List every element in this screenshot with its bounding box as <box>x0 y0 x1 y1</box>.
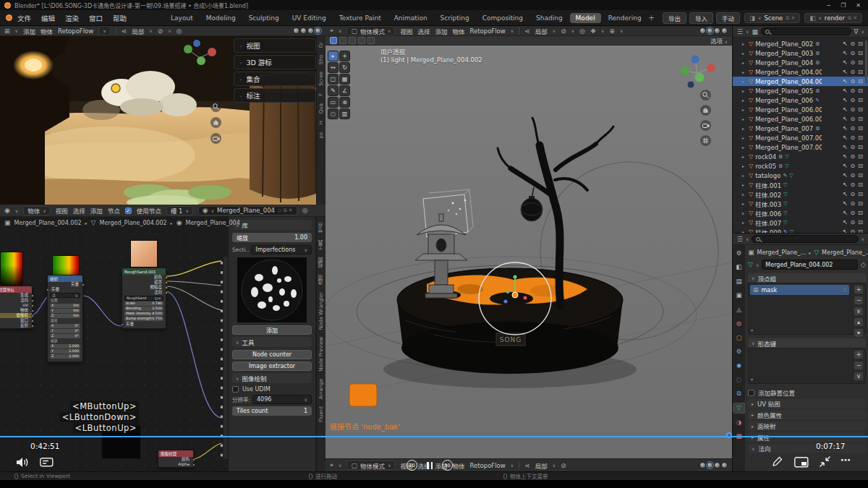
select-tool-button[interactable]: ▸ <box>328 51 339 61</box>
hide-eye-icon[interactable]: ⊙ <box>851 200 856 207</box>
add-button[interactable]: 添加 <box>232 325 312 335</box>
disclosure-icon[interactable]: ▸ <box>742 60 746 65</box>
workspace-tab[interactable]: Scripting <box>435 13 475 23</box>
outliner-row[interactable]: ▸ ▽ rock04 ⚙ ✎ ▽ ↖ ⊙ ⊡ <box>733 152 868 161</box>
menu-item[interactable]: 帮助 <box>108 12 132 25</box>
menu-item[interactable]: 文件 <box>12 12 36 25</box>
outliner-row[interactable]: ▸ ▽ tatalogo ⚙ ✎ ▽ ↖ ⊙ ⊡ <box>733 171 868 180</box>
outliner-search[interactable] <box>761 27 851 35</box>
section-dropdown[interactable]: Imperfections∨ <box>251 245 312 254</box>
snap-icon[interactable]: ⊘ <box>158 27 163 35</box>
socket-column[interactable] <box>219 257 224 459</box>
disclosure-icon[interactable]: ▸ <box>742 107 746 112</box>
render-visibility-icon[interactable]: ⊡ <box>858 172 863 179</box>
npanel-tab[interactable]: › 视图 <box>234 38 316 53</box>
hide-eye-icon[interactable]: ⊙ <box>851 163 856 169</box>
pause-button[interactable] <box>427 462 433 469</box>
node-output-socket[interactable]: 物体 <box>0 308 32 313</box>
hide-eye-icon[interactable]: ⊙ <box>851 191 856 197</box>
image-selector[interactable]: RoughSand⧉✕ <box>124 296 163 301</box>
transform-orientation[interactable]: 局部 <box>535 27 548 35</box>
disclosure-icon[interactable]: ▸ <box>742 98 746 103</box>
scale-tool-button[interactable]: ▢ <box>328 74 339 85</box>
viewport-menu-item[interactable]: 物体 <box>452 27 464 35</box>
viewport-menu-item[interactable]: 添加 <box>435 27 447 35</box>
properties-tab[interactable]: ◌ <box>733 375 744 385</box>
add-shape-key-button[interactable]: + <box>854 350 864 359</box>
wireframe-shading-button[interactable] <box>699 27 706 34</box>
properties-tab[interactable]: ◬ <box>733 304 744 314</box>
hide-eye-icon[interactable]: ⊙ <box>851 125 856 132</box>
outliner-row[interactable]: ▸ ▽ Merged_Plane_004.002 ⚙ ✎ ▽ ↖ ⊙ ⊡ <box>733 77 868 86</box>
render-visibility-icon[interactable]: ⊡ <box>858 116 863 122</box>
hide-eye-icon[interactable]: ⊙ <box>851 153 856 160</box>
vertex-groups-box[interactable]: ⊞ mask ⧉ ▾ + − ∨ ▴ ▾ <box>748 283 866 335</box>
menu-item[interactable]: 添加 <box>90 206 103 215</box>
properties-tab[interactable]: ◑ <box>733 417 744 427</box>
remove-vertex-group-button[interactable]: − <box>854 296 864 305</box>
properties-tab[interactable]: ◧ <box>733 262 744 272</box>
extra-tool-button-2[interactable]: ○ <box>328 108 339 119</box>
use-nodes-checkbox[interactable]: ✓ <box>125 207 132 214</box>
cursor-tool-button[interactable]: + <box>339 51 350 61</box>
tool-options-dropdown[interactable]: 选项 ∨ <box>710 36 728 45</box>
workspace-tab[interactable]: Model <box>570 13 601 23</box>
move-down-button[interactable]: ▾ <box>854 328 864 338</box>
vertex-groups-section[interactable]: ∨顶点组 <box>748 273 866 283</box>
selectable-icon[interactable]: ↖ <box>843 106 848 113</box>
rendered-shading-button[interactable] <box>315 27 321 34</box>
disclosure-icon[interactable]: ▸ <box>742 79 746 84</box>
node-input-socket[interactable]: 矢量 <box>48 287 82 292</box>
resolution-dropdown[interactable]: 4096∨ <box>252 395 312 404</box>
selectable-icon[interactable]: ↖ <box>843 219 848 226</box>
disclosure-icon[interactable]: ▸ <box>742 163 746 168</box>
pan-hand-icon[interactable] <box>210 117 221 128</box>
more-options-icon[interactable]: ⋯ <box>841 454 851 466</box>
side-tab[interactable]: F <box>318 93 324 96</box>
rotate-tool-button[interactable]: ↻ <box>339 62 350 73</box>
side-tab[interactable]: po <box>318 132 324 139</box>
node-output-socket[interactable]: 矢量 <box>48 282 82 287</box>
note-pencil-icon[interactable] <box>771 455 783 468</box>
move-tool-button[interactable]: ↔ <box>328 62 339 73</box>
properties-tab[interactable]: ▣ <box>733 291 744 300</box>
viewport-menu-item[interactable]: 视图 <box>400 27 412 35</box>
properties-tab[interactable]: ▽ <box>733 403 744 413</box>
outliner-row[interactable]: ▸ ▽ Merged_Plane_006.002 ⚙ ✎ ▽ ↖ ⊙ ⊡ <box>733 114 868 124</box>
viewport-menu-item[interactable]: RetopoFlow <box>58 27 93 35</box>
render-visibility-icon[interactable]: ⊡ <box>858 69 863 75</box>
value-slider[interactable]: Y1.000 <box>50 349 80 354</box>
disclosure-icon[interactable]: ▸ <box>742 69 746 74</box>
view-layer-selector[interactable]: ◧∨ render ⧉ ✕ <box>804 13 862 23</box>
volume-icon[interactable] <box>16 457 29 468</box>
value-slider[interactable]: Z0° <box>50 334 80 338</box>
node-output-socket[interactable]: 反射 <box>0 323 32 328</box>
node-output-socket[interactable]: 粗糙度 <box>122 285 166 290</box>
texture-coordinate-node[interactable]: 纹理坐标 生成 法向 UV 物体 摄像机 <box>0 286 33 329</box>
select-box-icon[interactable] <box>339 37 346 44</box>
mapping-node[interactable]: 映射 矢量 矢量 点∨ 位置 X0m <box>47 275 83 362</box>
viewport-menu-item[interactable]: 添加 <box>23 27 35 35</box>
node-output-socket[interactable]: Alpha <box>158 462 193 467</box>
selectable-icon[interactable]: ↖ <box>843 210 848 216</box>
danmaku-subtitle-icon[interactable] <box>40 458 54 468</box>
viewport-menu-item[interactable]: RetopoFlow <box>469 462 505 469</box>
hide-eye-icon[interactable]: ⊙ <box>851 210 856 216</box>
hide-eye-icon[interactable]: ⊙ <box>851 78 856 85</box>
outliner-scrollbar[interactable] <box>865 40 867 84</box>
scale-slider[interactable]: 缩放1.00 <box>232 233 312 242</box>
material-shading-button[interactable] <box>714 27 720 34</box>
pan-hand-icon[interactable] <box>700 105 711 116</box>
outliner-row[interactable]: ▸ ▽ Merged_Plane_002 ⚙ ✎ ▽ ↖ ⊙ ⊡ <box>733 39 868 48</box>
pivot-icon[interactable]: ⋖ <box>524 462 530 469</box>
render-visibility-icon[interactable]: ⊡ <box>858 59 863 66</box>
side-tab[interactable]: Sho <box>318 55 324 64</box>
disclosure-icon[interactable]: ▸ <box>742 145 746 150</box>
pivot-icon[interactable]: ⋖ <box>524 27 530 35</box>
render-visibility-icon[interactable]: ⊡ <box>858 106 863 113</box>
render-visibility-icon[interactable]: ⊡ <box>858 87 863 94</box>
side-tab[interactable]: Node Wrangler <box>318 292 324 330</box>
side-tab[interactable]: Scree <box>318 72 324 86</box>
disclosure-icon[interactable]: ▸ <box>742 182 746 187</box>
selectable-icon[interactable]: ↖ <box>843 87 848 94</box>
